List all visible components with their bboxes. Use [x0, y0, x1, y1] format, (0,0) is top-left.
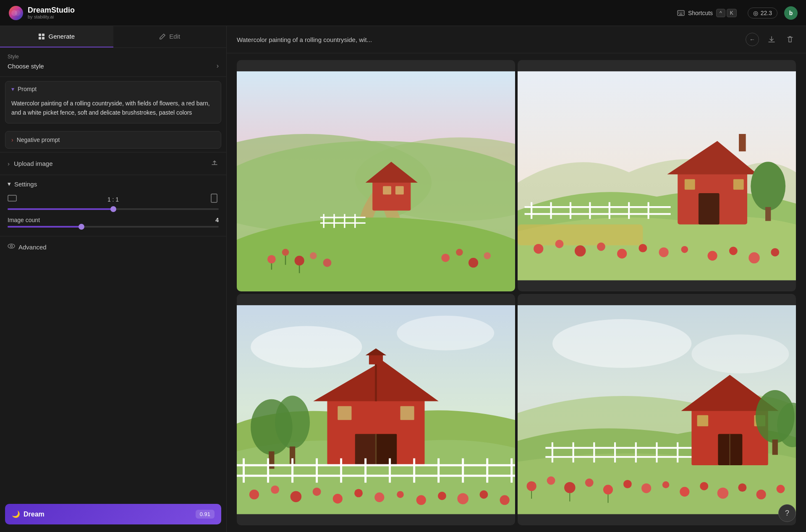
dream-cost: 0.91 — [196, 510, 215, 519]
svg-rect-25 — [372, 179, 411, 211]
aspect-portrait-icon — [209, 194, 219, 205]
svg-point-72 — [707, 251, 717, 261]
settings-header[interactable]: ▾ Settings — [8, 180, 219, 188]
svg-point-120 — [479, 490, 488, 499]
edit-icon — [159, 33, 166, 40]
svg-point-18 — [8, 244, 15, 248]
prompt-header[interactable]: ▾ Prompt — [5, 81, 221, 97]
svg-rect-52 — [685, 179, 695, 190]
app-header: DreamStudio by stability.ai Shortcuts ^ … — [0, 0, 806, 26]
tab-edit[interactable]: Edit — [113, 26, 227, 47]
svg-rect-7 — [683, 12, 683, 13]
svg-point-117 — [416, 495, 426, 505]
svg-rect-48 — [518, 225, 643, 246]
image-card-4[interactable] — [518, 294, 796, 525]
portrait-aspect-icon — [209, 194, 219, 203]
content-header: Watercolor painting of a rolling country… — [227, 26, 806, 53]
advanced-label: Advanced — [18, 244, 47, 251]
dream-btn-area: 🌙 Dream 0.91 — [0, 498, 226, 532]
svg-rect-11 — [679, 14, 683, 15]
shortcuts-label: Shortcuts — [688, 10, 713, 16]
aspect-ratio-slider-container — [8, 208, 219, 210]
svg-point-112 — [313, 487, 321, 496]
svg-point-75 — [771, 248, 779, 257]
landscape-aspect-icon — [8, 194, 17, 203]
image-count-track — [8, 226, 219, 228]
image-card-3[interactable] — [237, 294, 515, 525]
generated-image-3 — [237, 294, 515, 525]
credits-icon: ◎ — [753, 10, 758, 16]
svg-point-68 — [617, 249, 627, 259]
settings-label: Settings — [14, 181, 37, 188]
svg-rect-16 — [8, 195, 16, 201]
svg-point-118 — [438, 492, 446, 500]
upload-arrow-icon — [210, 158, 219, 167]
generate-icon — [38, 33, 45, 40]
svg-point-66 — [575, 245, 586, 257]
chevron-down-icon: ▾ — [11, 86, 14, 92]
image-card-2[interactable] — [518, 60, 796, 291]
aspect-ratio-row: 1 : 1 — [8, 194, 219, 205]
keyboard-shortcut: ^ K — [716, 9, 737, 17]
aspect-ratio-fill — [8, 208, 113, 210]
chevron-down-settings-icon: ▾ — [8, 180, 11, 188]
tab-generate[interactable]: Generate — [0, 26, 113, 47]
svg-rect-12 — [39, 34, 41, 36]
svg-point-19 — [10, 245, 13, 247]
generated-image-1 — [237, 60, 515, 291]
app-subtitle: by stability.ai — [28, 14, 75, 19]
svg-point-37 — [295, 256, 304, 265]
header-actions: Shortcuts ^ K ◎ 22.3 b — [673, 6, 798, 20]
style-picker[interactable]: Choose style › — [8, 61, 219, 71]
svg-rect-51 — [699, 193, 720, 225]
negative-prompt-label: Negative prompt — [17, 136, 60, 143]
svg-point-145 — [564, 482, 576, 493]
svg-rect-10 — [683, 13, 683, 14]
advanced-eye-icon — [8, 242, 15, 250]
aspect-ratio-track — [8, 208, 219, 210]
main-tabs: Generate Edit — [0, 26, 226, 48]
download-button[interactable] — [766, 34, 777, 45]
shortcuts-button[interactable]: Shortcuts ^ K — [673, 6, 741, 20]
svg-point-24 — [237, 218, 515, 291]
tab-generate-label: Generate — [48, 33, 75, 40]
dream-label: Dream — [24, 511, 44, 518]
user-avatar[interactable]: b — [784, 6, 798, 20]
kbd-k: K — [727, 9, 737, 17]
svg-rect-13 — [42, 34, 44, 36]
svg-point-40 — [441, 254, 450, 262]
svg-point-35 — [267, 255, 276, 263]
dream-button[interactable]: 🌙 Dream 0.91 — [5, 504, 221, 524]
svg-point-119 — [457, 493, 468, 504]
svg-point-148 — [623, 480, 632, 488]
trash-icon — [786, 35, 794, 44]
svg-point-74 — [748, 252, 760, 264]
moon-icon: 🌙 — [12, 510, 20, 518]
upload-section[interactable]: › Upload image — [0, 152, 226, 175]
image-card-1[interactable] — [237, 60, 515, 291]
svg-rect-4 — [678, 12, 679, 13]
dream-btn-label-group: 🌙 Dream — [12, 510, 44, 518]
svg-point-121 — [500, 495, 510, 505]
prompt-text[interactable]: Watercolor painting of a rolling country… — [5, 97, 221, 123]
svg-point-150 — [662, 481, 670, 488]
svg-point-92 — [275, 396, 310, 448]
advanced-section[interactable]: Advanced — [0, 236, 226, 257]
question-mark-icon: ? — [785, 509, 789, 518]
svg-rect-17 — [211, 194, 217, 202]
svg-point-67 — [597, 243, 605, 251]
delete-button[interactable] — [784, 34, 796, 45]
svg-point-65 — [555, 240, 564, 248]
app-logo — [8, 5, 24, 21]
help-button[interactable]: ? — [778, 504, 796, 522]
aspect-ratio-value: 1 : 1 — [107, 196, 119, 203]
svg-point-114 — [354, 489, 363, 497]
svg-rect-77 — [765, 207, 771, 221]
back-button[interactable]: ← — [746, 33, 759, 46]
style-label: Style — [8, 54, 219, 60]
svg-rect-89 — [376, 434, 397, 466]
svg-point-79 — [251, 326, 362, 368]
svg-point-154 — [738, 483, 746, 492]
negative-prompt-header[interactable]: › Negative prompt — [5, 131, 221, 148]
svg-point-36 — [282, 249, 289, 256]
